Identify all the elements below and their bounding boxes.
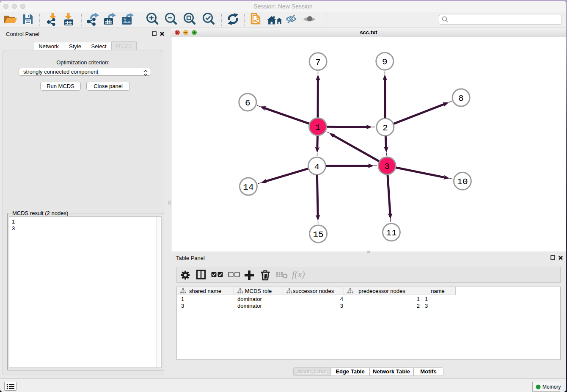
svg-text:10: 10: [457, 177, 468, 187]
svg-text:2: 2: [383, 123, 388, 133]
svg-text:9: 9: [382, 57, 388, 67]
svg-text:1: 1: [315, 123, 321, 133]
svg-text:8: 8: [458, 94, 464, 103]
svg-text:14: 14: [243, 182, 253, 192]
svg-text:11: 11: [386, 228, 396, 238]
svg-text:7: 7: [315, 58, 321, 67]
svg-text:6: 6: [245, 98, 250, 108]
svg-text:15: 15: [313, 230, 323, 240]
svg-text:4: 4: [314, 162, 320, 172]
svg-text:3: 3: [384, 162, 390, 171]
